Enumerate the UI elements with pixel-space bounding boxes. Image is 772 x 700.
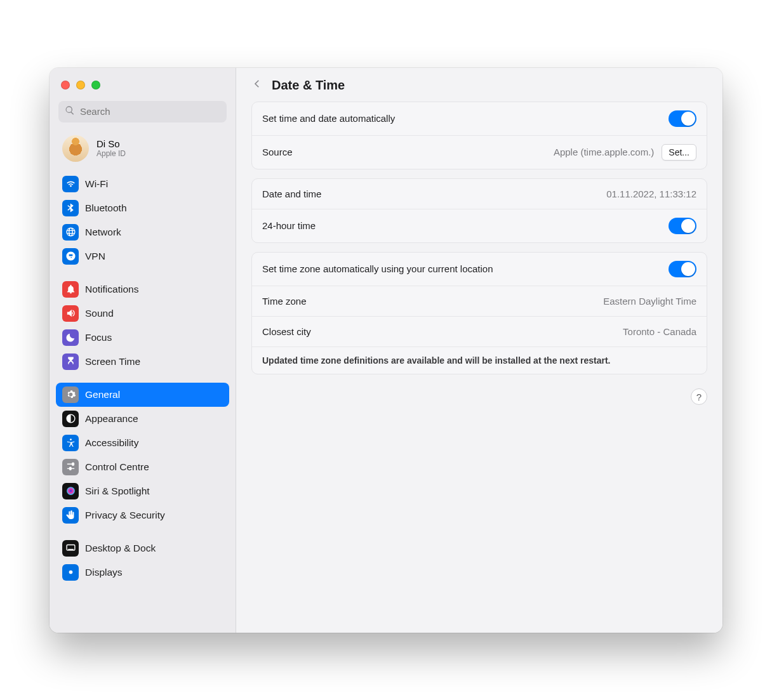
24h-label: 24-hour time (262, 220, 316, 231)
sidebar-item-label: Wi-Fi (85, 178, 108, 190)
sidebar-item-label: Appearance (85, 413, 138, 425)
sidebar-item-screen-time[interactable]: Screen Time (56, 350, 229, 374)
sidebar-group-general: GeneralAppearanceAccessibilityControl Ce… (56, 383, 229, 527)
svg-rect-4 (68, 549, 74, 550)
card-timezone: Set time zone automatically using your c… (251, 252, 707, 375)
tz-label: Time zone (262, 296, 306, 307)
svg-point-5 (69, 571, 72, 574)
accessibility-icon (62, 435, 79, 451)
sidebar-item-vpn[interactable]: VPN (56, 244, 229, 268)
sidebar-item-label: Notifications (85, 284, 138, 295)
sidebar-group-focus: NotificationsSoundFocusScreen Time (56, 277, 229, 374)
sidebar-item-label: Network (85, 227, 121, 238)
traffic-lights (50, 74, 236, 98)
sidebar-item-wi-fi[interactable]: Wi-Fi (56, 172, 229, 196)
city-value: Toronto - Canada (623, 326, 696, 337)
tz-value: Eastern Daylight Time (603, 296, 696, 307)
minimize-button[interactable] (76, 81, 85, 89)
sidebar-group-network: Wi-FiBluetoothNetworkVPN (56, 172, 229, 268)
sidebar: Di So Apple ID Wi-FiBluetoothNetworkVPN … (50, 68, 236, 633)
row-datetime: Date and time 01.11.2022, 11:33:12 (252, 179, 707, 209)
svg-point-1 (70, 439, 72, 440)
sidebar-item-desktop-dock[interactable]: Desktop & Dock (56, 536, 229, 560)
sidebar-item-accessibility[interactable]: Accessibility (56, 431, 229, 455)
auto-tz-label: Set time zone automatically using your c… (262, 263, 493, 274)
sidebar-item-general[interactable]: General (56, 383, 229, 407)
chevron-left-icon (251, 78, 263, 89)
bell-icon (62, 281, 79, 298)
controls-icon (62, 459, 79, 475)
row-tz: Time zone Eastern Daylight Time (252, 286, 707, 317)
svg-point-2 (67, 487, 75, 495)
row-auto-datetime: Set time and date automatically (252, 102, 707, 136)
avatar (62, 135, 89, 162)
sidebar-item-label: Displays (85, 567, 123, 578)
sidebar-item-focus[interactable]: Focus (56, 326, 229, 350)
account-header[interactable]: Di So Apple ID (50, 129, 236, 172)
sidebar-item-label: Bluetooth (85, 202, 127, 214)
sidebar-item-notifications[interactable]: Notifications (56, 277, 229, 301)
display-icon (62, 564, 79, 581)
moon-icon (62, 329, 79, 346)
source-label: Source (262, 147, 293, 157)
sidebar-item-displays[interactable]: Displays (56, 560, 229, 584)
bluetooth-icon (62, 200, 79, 216)
sidebar-item-bluetooth[interactable]: Bluetooth (56, 196, 229, 220)
sidebar-item-label: Sound (85, 308, 114, 319)
sidebar-item-network[interactable]: Network (56, 220, 229, 244)
24h-toggle[interactable] (669, 218, 696, 234)
sidebar-item-label: Control Centre (85, 461, 149, 473)
auto-datetime-label: Set time and date automatically (262, 113, 395, 124)
row-city: Closest city Toronto - Canada (252, 317, 707, 347)
dock-icon (62, 540, 79, 557)
settings-window: Di So Apple ID Wi-FiBluetoothNetworkVPN … (50, 68, 722, 633)
datetime-value: 01.11.2022, 11:33:12 (606, 188, 696, 199)
auto-datetime-toggle[interactable] (669, 110, 696, 127)
sidebar-list: Wi-FiBluetoothNetworkVPN NotificationsSo… (50, 172, 236, 593)
sidebar-item-label: Desktop & Dock (85, 543, 156, 554)
card-datetime: Date and time 01.11.2022, 11:33:12 24-ho… (251, 178, 707, 243)
city-label: Closest city (262, 326, 311, 337)
back-button[interactable] (251, 78, 263, 92)
row-24h: 24-hour time (252, 209, 707, 242)
content: Set time and date automatically Source A… (236, 102, 722, 421)
wifi-icon (62, 176, 79, 192)
sidebar-item-privacy-security[interactable]: Privacy & Security (56, 503, 229, 527)
sidebar-item-siri-spotlight[interactable]: Siri & Spotlight (56, 479, 229, 503)
account-sub: Apple ID (96, 149, 126, 158)
search-field[interactable] (58, 101, 227, 122)
sidebar-item-label: Focus (85, 332, 112, 343)
search-icon (65, 105, 75, 118)
tz-notice: Updated time zone definitions are availa… (252, 347, 707, 374)
hand-icon (62, 507, 79, 524)
gear-icon (62, 386, 79, 403)
main-header: Date & Time (236, 68, 722, 102)
main-panel: Date & Time Set time and date automatica… (236, 68, 722, 633)
speaker-icon (62, 305, 79, 322)
set-source-button[interactable]: Set... (662, 144, 696, 161)
card-automatic: Set time and date automatically Source A… (251, 102, 707, 169)
row-source: Source Apple (time.apple.com.) Set... (252, 136, 707, 169)
sidebar-item-label: Screen Time (85, 356, 140, 367)
search-input[interactable] (80, 106, 220, 117)
sidebar-item-control-centre[interactable]: Control Centre (56, 455, 229, 479)
sidebar-item-appearance[interactable]: Appearance (56, 407, 229, 431)
sidebar-item-label: VPN (85, 251, 105, 262)
sidebar-item-sound[interactable]: Sound (56, 301, 229, 326)
help-button[interactable]: ? (691, 388, 707, 405)
sidebar-item-label: Privacy & Security (85, 510, 165, 521)
datetime-label: Date and time (262, 188, 321, 199)
sidebar-item-label: Accessibility (85, 437, 138, 449)
close-button[interactable] (61, 81, 70, 89)
globe-icon (62, 224, 79, 241)
account-name: Di So (96, 138, 126, 149)
sidebar-item-label: Siri & Spotlight (85, 485, 150, 497)
appearance-icon (62, 411, 79, 427)
row-auto-tz: Set time zone automatically using your c… (252, 253, 707, 286)
zoom-button[interactable] (91, 81, 100, 89)
auto-tz-toggle[interactable] (669, 261, 696, 277)
hourglass-icon (62, 353, 79, 370)
page-title: Date & Time (272, 78, 345, 93)
sidebar-item-label: General (85, 389, 120, 400)
siri-icon (62, 483, 79, 499)
